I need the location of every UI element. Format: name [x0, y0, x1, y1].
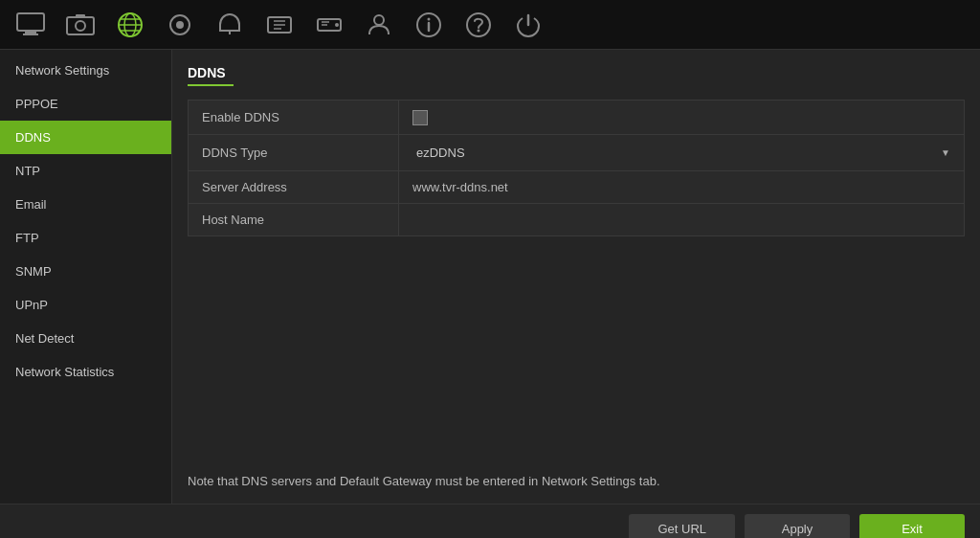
- ddns-type-label: DDNS Type: [189, 134, 399, 170]
- sidebar-item-email[interactable]: Email: [0, 188, 171, 221]
- host-name-label: Host Name: [189, 203, 399, 235]
- svg-point-4: [76, 21, 85, 31]
- server-address-value: www.tvr-ddns.net: [399, 170, 965, 203]
- ddns-form-table: Enable DDNS DDNS Type ezDDNS DynDNS NO-I…: [188, 100, 965, 236]
- sidebar: Network Settings PPPOE DDNS NTP Email FT…: [0, 50, 172, 504]
- toolbar: [0, 0, 980, 50]
- sidebar-item-net-detect[interactable]: Net Detect: [0, 322, 171, 355]
- enable-ddns-row: Enable DDNS: [189, 101, 965, 135]
- ddns-tab-label: DDNS: [188, 65, 234, 86]
- select-arrow-icon: ▼: [941, 147, 950, 158]
- content-area: DDNS Enable DDNS DDNS Type ezDDNS DynDNS…: [172, 50, 980, 504]
- ddns-type-row: DDNS Type ezDDNS DynDNS NO-IP ▼: [189, 134, 965, 170]
- device-icon[interactable]: [258, 4, 301, 46]
- svg-point-12: [176, 21, 184, 29]
- main-layout: Network Settings PPPOE DDNS NTP Email FT…: [0, 50, 980, 504]
- power-icon[interactable]: [507, 4, 549, 46]
- svg-point-27: [467, 13, 490, 36]
- exit-button[interactable]: Exit: [859, 514, 965, 538]
- display-icon[interactable]: [10, 4, 52, 46]
- svg-rect-1: [25, 31, 36, 34]
- svg-rect-2: [23, 34, 38, 35]
- get-url-button[interactable]: Get URL: [629, 514, 735, 538]
- user-icon[interactable]: [358, 4, 400, 46]
- sidebar-item-pppoe[interactable]: PPPOE: [0, 87, 171, 121]
- note-text: Note that DNS servers and Default Gatewa…: [188, 455, 965, 488]
- help-icon[interactable]: [457, 4, 500, 46]
- alarm-icon[interactable]: [209, 4, 251, 46]
- server-address-row: Server Address www.tvr-ddns.net: [189, 170, 965, 203]
- info-icon[interactable]: [408, 4, 450, 46]
- host-name-value[interactable]: [399, 203, 965, 235]
- svg-rect-3: [67, 17, 94, 34]
- svg-rect-0: [17, 13, 44, 31]
- button-bar: Get URL Apply Exit: [0, 504, 980, 538]
- enable-ddns-label: Enable DDNS: [189, 101, 399, 135]
- enable-ddns-checkbox[interactable]: [412, 110, 428, 125]
- sidebar-item-ftp[interactable]: FTP: [0, 221, 171, 255]
- sidebar-item-snmp[interactable]: SNMP: [0, 255, 171, 288]
- svg-point-20: [335, 23, 339, 27]
- camera-icon[interactable]: [59, 4, 101, 46]
- ddns-type-select-wrapper: ezDDNS DynDNS NO-IP ▼: [412, 144, 950, 162]
- sidebar-item-network-settings[interactable]: Network Settings: [0, 54, 171, 87]
- sidebar-item-ddns[interactable]: DDNS: [0, 121, 171, 154]
- network-icon[interactable]: [109, 4, 151, 46]
- svg-rect-5: [76, 14, 85, 18]
- host-name-row: Host Name: [189, 203, 965, 235]
- svg-point-23: [374, 15, 384, 25]
- svg-point-26: [428, 17, 431, 20]
- sidebar-item-ntp[interactable]: NTP: [0, 154, 171, 188]
- storage-icon[interactable]: [308, 4, 350, 46]
- sidebar-item-network-statistics[interactable]: Network Statistics: [0, 355, 171, 389]
- svg-point-28: [478, 29, 480, 32]
- apply-button[interactable]: Apply: [745, 514, 850, 538]
- ddns-type-select[interactable]: ezDDNS DynDNS NO-IP: [412, 144, 941, 162]
- sidebar-item-upnp[interactable]: UPnP: [0, 288, 171, 322]
- server-address-label: Server Address: [189, 170, 399, 203]
- content-header: DDNS: [188, 65, 965, 86]
- record-icon[interactable]: [159, 4, 201, 46]
